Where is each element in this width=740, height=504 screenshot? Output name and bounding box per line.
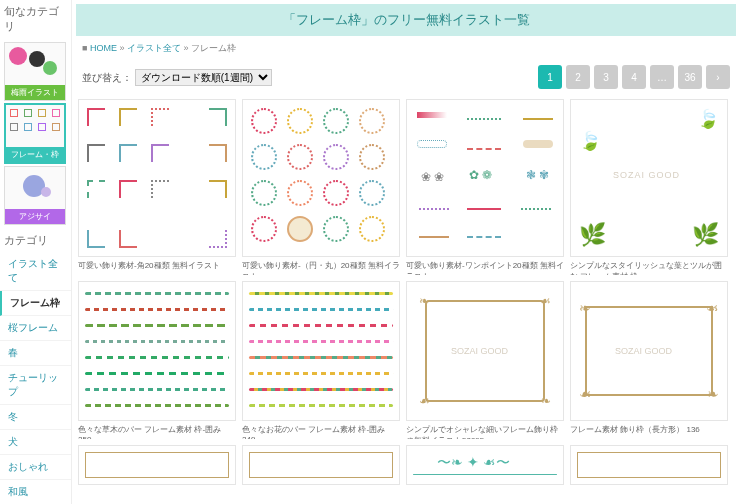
caption: 可愛い飾り素材-角20種類 無料イラスト [78, 257, 236, 275]
page-next[interactable]: › [706, 65, 730, 89]
result-card[interactable]: 〜❧ ✦ ☙〜 [406, 445, 564, 485]
cat-item[interactable]: 冬 [0, 405, 71, 430]
featured-thumb [6, 105, 64, 147]
thumb-onepoint: ❀ ❀ ✿ ❁ ❃ ✾ [406, 99, 564, 257]
cat-item[interactable]: 和風 [0, 480, 71, 504]
result-card[interactable]: ❧ ☙ ☙ ❧ SOZAI GOOD フレーム素材 飾り枠（長方形） 136 [570, 281, 728, 439]
featured-thumb [5, 43, 65, 85]
result-card[interactable] [78, 445, 236, 485]
thumb-flower-bars [242, 281, 400, 421]
sort-control: 並び替え： ダウンロード数順(1週間) [82, 69, 272, 86]
breadcrumb: ■ HOME » イラスト全て » フレーム枠 [72, 36, 740, 61]
result-card[interactable]: 色々なお花のバー フレーム素材 枠-囲み 249 [242, 281, 400, 439]
featured-label: 梅雨イラスト [5, 85, 65, 100]
caption: 色々な草木のバー フレーム素材 枠-囲み 250 [78, 421, 236, 439]
crumb-home[interactable]: HOME [90, 43, 117, 53]
featured-card-rainy[interactable]: 梅雨イラスト [4, 42, 66, 101]
featured-card-ajisai[interactable]: アジサイ [4, 166, 66, 225]
page-2[interactable]: 2 [566, 65, 590, 89]
page-title: 「フレーム枠」のフリー無料イラスト一覧 [76, 4, 736, 36]
sort-label: 並び替え： [82, 72, 132, 83]
page-3[interactable]: 3 [594, 65, 618, 89]
crumb-current: フレーム枠 [191, 43, 236, 53]
caption: 可愛い飾り素材-（円・丸）20種類 無料イラスト [242, 257, 400, 275]
caption: シンプルなスタイリッシュな葉とツルが囲む フレーム素材 枠 [570, 257, 728, 275]
category-list: イラスト全て フレーム枠 桜フレーム 春 チューリップ 冬 犬 おしゃれ 和風 … [0, 252, 71, 504]
featured-card-frame[interactable]: フレーム・枠 [4, 103, 66, 164]
toolbar: 並び替え： ダウンロード数順(1週間) 1 2 3 4 … 36 › [72, 61, 740, 93]
result-card[interactable]: 可愛い飾り素材-（円・丸）20種類 無料イラスト [242, 99, 400, 275]
cat-item[interactable]: おしゃれ [0, 455, 71, 480]
thumb-thin-frame: ❧ ☙ ☙ ❧ SOZAI GOOD [406, 281, 564, 421]
sidebar: 旬なカテゴリ 梅雨イラスト フレーム・枠 アジサイ カテゴリ イラスト全て フレ… [0, 0, 72, 504]
thumb-leaf-frame: 🍃 🍃 🌿 🌿 SOZAI GOOD [570, 99, 728, 257]
main: 「フレーム枠」のフリー無料イラスト一覧 ■ HOME » イラスト全て » フレ… [72, 0, 740, 504]
caption: 可愛い飾り素材-ワンポイント20種類 無料イラスト [406, 257, 564, 275]
cat-item[interactable]: チューリップ [0, 366, 71, 405]
thumb: 〜❧ ✦ ☙〜 [406, 445, 564, 485]
result-card[interactable]: 色々な草木のバー フレーム素材 枠-囲み 250 [78, 281, 236, 439]
thumb-grass-bars [78, 281, 236, 421]
thumb-rect-frame: ❧ ☙ ☙ ❧ SOZAI GOOD [570, 281, 728, 421]
featured-label: フレーム・枠 [6, 147, 64, 162]
thumb-circles [242, 99, 400, 257]
featured-thumb [5, 167, 65, 209]
caption: フレーム素材 飾り枠（長方形） 136 [570, 421, 728, 439]
result-card[interactable] [242, 445, 400, 485]
results-grid: 可愛い飾り素材-角20種類 無料イラスト [72, 93, 740, 491]
thumb [570, 445, 728, 485]
pagination: 1 2 3 4 … 36 › [538, 65, 730, 89]
page-1[interactable]: 1 [538, 65, 562, 89]
cat-item[interactable]: 犬 [0, 430, 71, 455]
caption: 色々なお花のバー フレーム素材 枠-囲み 249 [242, 421, 400, 439]
cat-item[interactable]: 春 [0, 341, 71, 366]
crumb-all[interactable]: イラスト全て [127, 43, 181, 53]
featured-list: 梅雨イラスト フレーム・枠 アジサイ [0, 38, 71, 229]
featured-title: 旬なカテゴリ [0, 0, 71, 38]
cat-item-current[interactable]: フレーム枠 [0, 291, 71, 316]
category-title: カテゴリ [0, 229, 71, 252]
page-4[interactable]: 4 [622, 65, 646, 89]
result-card[interactable]: ❀ ❀ ✿ ❁ ❃ ✾ 可愛い飾り素材-ワンポイント20種類 無料イラスト [406, 99, 564, 275]
cat-item[interactable]: 桜フレーム [0, 316, 71, 341]
thumb [78, 445, 236, 485]
page-dots: … [650, 65, 674, 89]
thumb-corners [78, 99, 236, 257]
result-card[interactable]: ❧ ☙ ☙ ❧ SOZAI GOOD シンプルでオシャレな細いフレーム飾り枠の無… [406, 281, 564, 439]
cat-item[interactable]: イラスト全て [0, 252, 71, 291]
page-last[interactable]: 36 [678, 65, 702, 89]
sort-select[interactable]: ダウンロード数順(1週間) [135, 69, 272, 86]
featured-label: アジサイ [5, 209, 65, 224]
result-card[interactable]: 可愛い飾り素材-角20種類 無料イラスト [78, 99, 236, 275]
result-card[interactable]: 🍃 🍃 🌿 🌿 SOZAI GOOD シンプルなスタイリッシュな葉とツルが囲む … [570, 99, 728, 275]
caption: シンプルでオシャレな細いフレーム飾り枠の無料イラスト52095 [406, 421, 564, 439]
thumb [242, 445, 400, 485]
result-card[interactable] [570, 445, 728, 485]
